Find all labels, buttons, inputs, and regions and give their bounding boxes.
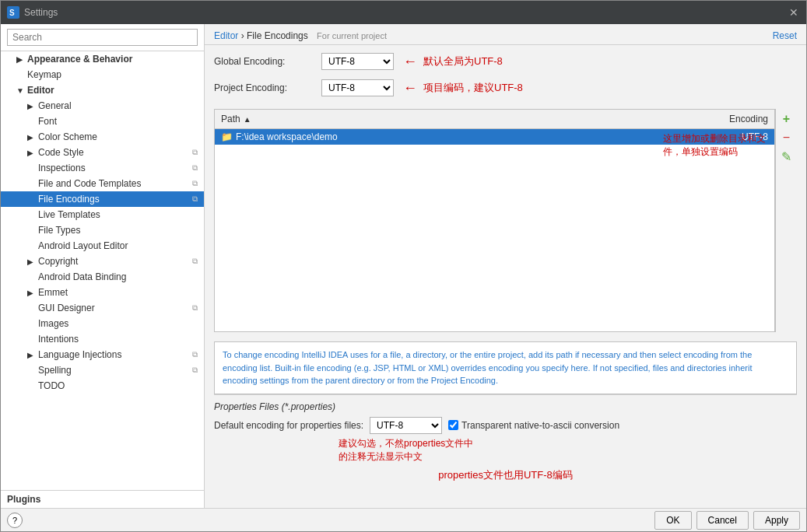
sidebar-item-label: Color Scheme [38,131,97,142]
breadcrumb-sep: › [238,30,247,41]
sidebar-item-code-style[interactable]: ▶ Code Style ⧉ [1,145,204,160]
expand-arrow: ▶ [16,55,24,64]
sidebar-item-live-templates[interactable]: Live Templates [1,207,204,222]
sidebar-item-label: File and Code Templates [38,178,142,189]
sidebar-item-label: Copyright [38,256,78,267]
table-row[interactable]: 📁 F:\idea workspace\demo UTF-8 [215,129,774,145]
sidebar-item-label: File Encodings [38,194,100,205]
breadcrumb-editor[interactable]: Editor [214,30,238,41]
global-encoding-row: Global Encoding: UTF-8 UTF-16 ISO-8859-1… [214,53,797,70]
annotation-properties-2: 的注释无法显示中文 [339,451,423,462]
sidebar-item-editor[interactable]: ▼ Editor [1,82,204,98]
default-encoding-label: Default encoding for properties files: [214,420,363,431]
sidebar-item-label: Keymap [27,69,61,80]
global-encoding-select[interactable]: UTF-8 UTF-16 ISO-8859-1 [321,53,394,70]
properties-row: Default encoding for properties files: U… [214,417,797,434]
bottom-actions: OK Cancel Apply [654,511,800,530]
reset-link[interactable]: Reset [773,30,797,41]
sidebar-item-font[interactable]: Font [1,114,204,129]
folder-icon: 📁 [221,131,233,142]
sidebar-item-android-layout-editor[interactable]: Android Layout Editor [1,238,204,254]
transparent-checkbox[interactable] [448,420,458,430]
sidebar-item-label: Android Layout Editor [38,240,128,251]
table-action-buttons: + − ✎ [775,109,797,332]
sidebar-item-android-data-binding[interactable]: Android Data Binding [1,269,204,285]
sidebar-item-label: Live Templates [38,209,100,220]
sidebar-item-todo[interactable]: TODO [1,378,204,394]
project-encoding-row: Project Encoding: UTF-8 UTF-16 ISO-8859-… [214,79,797,96]
copy-icon: ⧉ [192,350,198,359]
sidebar-item-label: Emmet [38,287,68,298]
copy-icon: ⧉ [192,179,198,188]
expand-arrow: ▶ [27,257,35,266]
ok-button[interactable]: OK [654,511,691,530]
sidebar-item-file-types[interactable]: File Types [1,222,204,238]
copy-icon: ⧉ [192,148,198,157]
sidebar-item-label: TODO [38,380,65,391]
copy-icon: ⧉ [192,257,198,266]
settings-window: S Settings ✕ ▶ Appearance & Behavior Key… [0,0,807,532]
sidebar-item-label: Spelling [38,365,72,376]
properties-section-title: Properties Files (*.properties) [214,401,797,412]
arrow-right-icon-2: ← [403,80,417,96]
sidebar-item-images[interactable]: Images [1,316,204,331]
sidebar-item-language-injections[interactable]: ▶ Language Injections ⧉ [1,347,204,362]
breadcrumb-page: File Encodings [247,30,308,41]
help-button[interactable]: ? [7,513,23,528]
copy-icon: ⧉ [192,303,198,313]
sidebar: ▶ Appearance & Behavior Keymap ▼ Editor … [1,24,205,508]
expand-arrow: ▶ [27,289,35,297]
sidebar-item-label: Font [38,116,57,127]
properties-encoding-select[interactable]: UTF-8 UTF-16 ISO-8859-1 [370,417,442,434]
annotation-properties-1: 建议勾选，不然properties文件中 [339,438,473,449]
add-path-button[interactable]: + [778,110,795,128]
remove-path-button[interactable]: − [778,129,795,146]
sidebar-item-copyright[interactable]: ▶ Copyright ⧉ [1,254,204,269]
sidebar-item-label: Inspections [38,163,86,173]
title-bar: S Settings ✕ [1,1,806,24]
table-col-encoding: Encoding [673,112,774,126]
annotation-bottom: properties文件也用UTF-8编码 [214,468,797,482]
sidebar-item-label: Images [38,318,68,329]
encoding-table: Path ▲ Encoding 📁 F:\idea workspace\demo… [214,109,775,332]
sidebar-item-intentions[interactable]: Intentions [1,331,204,347]
sidebar-item-keymap[interactable]: Keymap [1,67,204,82]
table-header: Path ▲ Encoding [215,110,774,129]
info-text: To change encoding IntelliJ IDEA uses fo… [214,341,797,394]
sidebar-item-spelling[interactable]: Spelling ⧉ [1,362,204,378]
sidebar-item-label: File Types [38,225,80,236]
edit-path-button[interactable]: ✎ [778,148,795,165]
sidebar-item-label: General [38,100,72,111]
expand-arrow: ▶ [27,102,35,110]
search-input[interactable] [7,29,198,46]
expand-arrow: ▶ [27,351,35,359]
cancel-button[interactable]: Cancel [696,511,749,530]
sidebar-item-emmet[interactable]: ▶ Emmet [1,285,204,300]
expand-arrow: ▶ [27,149,35,157]
sidebar-item-file-encodings[interactable]: File Encodings ⧉ [1,191,204,207]
sidebar-item-gui-designer[interactable]: GUI Designer ⧉ [1,300,204,316]
sidebar-item-inspections[interactable]: Inspections ⧉ [1,160,204,176]
sidebar-item-file-code-templates[interactable]: File and Code Templates ⧉ [1,176,204,191]
sort-icon: ▲ [244,115,251,124]
sidebar-item-label: Code Style [38,147,84,158]
svg-text:S: S [9,9,15,17]
apply-button[interactable]: Apply [753,511,800,530]
bottom-bar: ? OK Cancel Apply [1,508,806,531]
window-controls: ✕ [788,6,800,19]
table-cell-path: 📁 F:\idea workspace\demo [215,129,673,145]
main-body: Global Encoding: UTF-8 UTF-16 ISO-8859-1… [205,45,806,508]
sidebar-item-appearance[interactable]: ▶ Appearance & Behavior [1,51,204,67]
project-encoding-label: Project Encoding: [214,82,315,93]
main-header: Editor › File Encodings For current proj… [205,24,806,45]
sidebar-item-general[interactable]: ▶ General [1,98,204,114]
copy-icon: ⧉ [192,163,198,173]
sidebar-item-label: Editor [27,85,54,96]
sidebar-item-label: Appearance & Behavior [27,54,132,65]
close-button[interactable]: ✕ [788,6,800,19]
project-encoding-select[interactable]: UTF-8 UTF-16 ISO-8859-1 [321,79,394,96]
app-icon: S [7,6,19,19]
breadcrumb: Editor › File Encodings For current proj… [214,30,387,41]
transparent-checkbox-label[interactable]: Transparent native-to-ascii conversion [448,420,619,431]
sidebar-item-color-scheme[interactable]: ▶ Color Scheme [1,129,204,145]
